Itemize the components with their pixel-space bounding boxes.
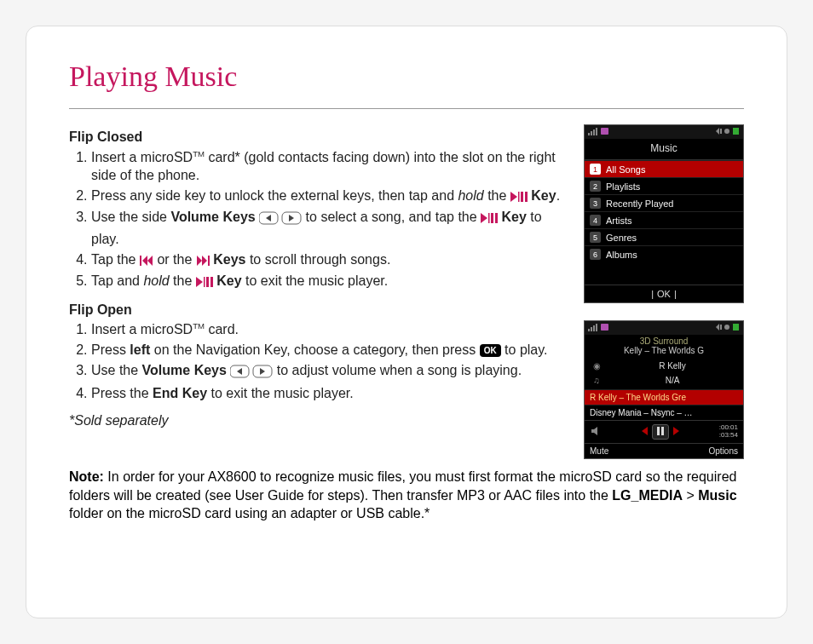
text: the [484,188,510,203]
play-button[interactable] [652,424,669,440]
menu-item-playlists[interactable]: 2Playlists [585,177,743,194]
tm: TM [193,321,205,331]
item-label: All Songs [606,164,645,175]
svg-marker-23 [237,368,242,375]
softkey-options[interactable]: Options [709,446,738,456]
svg-marker-18 [196,277,203,287]
menu-item-genres[interactable]: 5Genres [585,228,743,245]
text: card. [205,322,239,336]
svg-rect-46 [657,427,660,435]
svg-marker-7 [289,215,294,221]
path-lg-media: LG_MEDIA [612,488,683,503]
svg-rect-12 [140,256,141,266]
list-item: Use the Volume Keys to adjust volume whe… [91,361,565,383]
svg-rect-27 [591,131,592,135]
svg-rect-37 [593,325,595,331]
text: Key [502,210,527,224]
svg-rect-1 [518,192,520,202]
content-columns: Flip Closed Insert a microSDTM card* (go… [69,124,744,459]
artist-name: R Kelly [608,361,736,371]
svg-rect-47 [661,427,664,435]
note-label: Note: [69,469,104,484]
svg-marker-14 [147,256,153,266]
list-item: Insert a microSDTM card. [91,320,565,339]
svg-point-42 [724,325,729,330]
text: Press the [91,386,153,400]
text: Use the side [91,210,170,224]
item-number: 4 [590,215,601,226]
text: to adjust volume when a song is playing. [277,363,522,377]
indicator-icons [714,127,740,137]
total-time: :03:54 [719,432,738,440]
note-icon: ♫ [591,376,602,385]
text: Use the [91,363,142,377]
svg-rect-20 [206,277,209,287]
play-pause-icon [481,210,498,228]
artist-row: ◉R Kelly [585,359,743,373]
text: Insert a microSD [91,150,193,164]
item-label: Recently Played [606,198,674,209]
page-title: Playing Music [69,60,744,93]
text: hold [458,188,483,203]
next-button[interactable] [672,426,682,438]
album-row: ♫N/A [585,373,743,388]
now-playing-song: Kelly – The Worlds G [585,346,743,359]
text: Keys [213,252,245,267]
list-item: Press any side key to unlock the externa… [91,187,565,207]
softkey-ok[interactable]: OK [654,289,674,299]
list-item: Use the side Volume Keys to select a son… [91,208,565,248]
path-sep: > [683,488,698,503]
text: Volume Keys [170,210,255,224]
text: or the [157,252,195,267]
softkey-mute[interactable]: Mute [590,446,608,456]
text: folder on the microSD card using an adap… [69,506,430,520]
menu-item-recently-played[interactable]: 3Recently Played [585,194,743,211]
prev-button[interactable] [639,426,649,438]
status-bar [585,321,743,335]
svg-point-33 [724,129,729,134]
svg-rect-43 [733,324,739,331]
title-divider [69,108,744,109]
menu-item-all-songs[interactable]: 1All Songs [585,160,743,177]
text: Volume Keys [142,363,227,377]
svg-marker-0 [510,192,517,202]
speaker-icon[interactable] [590,425,602,439]
text: End Key [153,386,207,400]
text: to select a song, and tap the [306,210,481,224]
svg-marker-16 [202,256,207,266]
text: on the Navigation Key, choose a category… [150,342,479,357]
text: Press [91,342,130,357]
text: Key [531,188,556,203]
prev-track-icon [140,252,153,271]
menu-item-artists[interactable]: 4Artists [585,211,743,228]
text: Press any side key to unlock the externa… [91,188,458,203]
phone-music-menu: Music 1All Songs 2Playlists 3Recently Pl… [584,124,744,303]
svg-rect-41 [720,325,722,330]
svg-rect-39 [601,324,608,331]
track-item[interactable]: Disney Mania – Nsync – … [585,405,743,420]
item-number: 5 [590,232,601,243]
menu-item-albums[interactable]: 6Albums [585,245,743,262]
svg-marker-15 [197,256,202,266]
flip-open-heading: Flip Open [69,301,565,319]
text: the [170,273,196,288]
track-item-selected[interactable]: R Kelly – The Worlds Gre [585,389,743,405]
play-pause-icon [196,273,213,292]
svg-rect-21 [210,277,213,287]
tm: TM [193,148,205,158]
svg-rect-10 [491,213,493,223]
manual-page: Playing Music Flip Closed Insert a micro… [26,26,787,618]
next-track-icon [196,252,210,271]
svg-marker-25 [260,368,265,375]
item-number: 3 [590,198,601,209]
text: Key [216,273,241,288]
svg-rect-34 [733,128,739,135]
svg-marker-48 [673,427,679,435]
list-item: Press the End Key to exit the music play… [91,384,565,403]
footnote: *Sold separately [69,411,565,430]
text: hold [143,273,169,288]
text: . [556,188,560,203]
time-display: :00:01 :03:54 [719,424,738,440]
svg-rect-19 [204,277,205,287]
svg-rect-2 [521,192,523,202]
